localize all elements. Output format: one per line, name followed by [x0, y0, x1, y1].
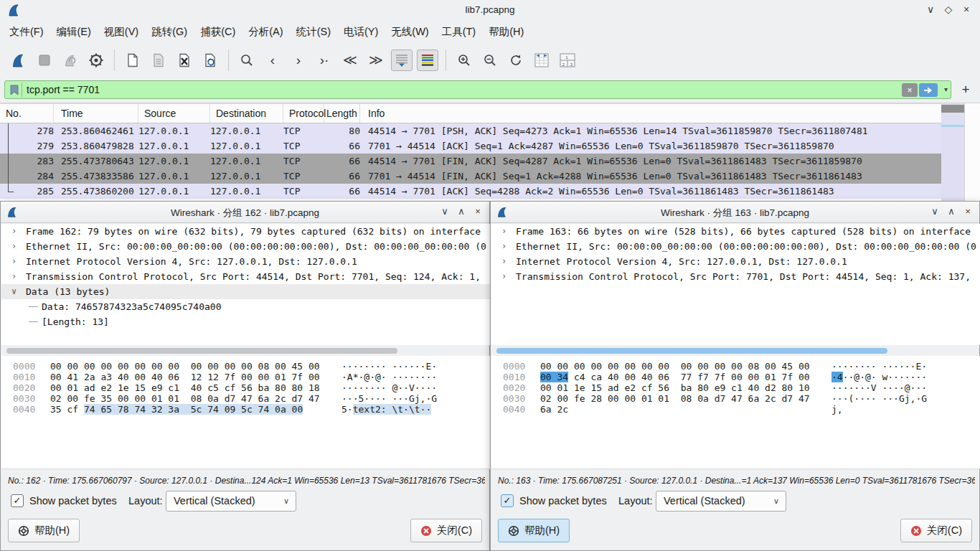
- colorize-toggle-icon[interactable]: [417, 50, 438, 71]
- table-row-283[interactable]: 283255.473780643127.0.0.1127.0.0.1TCP664…: [0, 154, 941, 169]
- hex-row[interactable]: 001000 41 2a a3 40 00 40 06 12 12 7f 00 …: [1, 372, 490, 382]
- filter-add-button[interactable]: +: [957, 80, 974, 99]
- column-length[interactable]: Length: [324, 104, 360, 123]
- tree-item-frame[interactable]: ›Frame 162: 79 bytes on wire (632 bits),…: [1, 224, 490, 239]
- column-destination[interactable]: Destination: [210, 104, 283, 123]
- packet-minimap-scrollbar[interactable]: [941, 103, 964, 201]
- scrollbar-thumb[interactable]: [941, 105, 964, 113]
- tree-item-data-length[interactable]: [Length: 13]: [1, 314, 490, 329]
- close-file-icon[interactable]: [174, 50, 195, 71]
- tree-item-ip[interactable]: ›Internet Protocol Version 4, Src: 127.0…: [1, 254, 490, 269]
- table-row-278[interactable]: 278253.860462461127.0.0.1127.0.0.1TCP804…: [0, 123, 941, 138]
- open-file-icon[interactable]: [122, 50, 143, 71]
- hex-horizontal-scrollbar[interactable]: [494, 347, 978, 354]
- restart-capture-icon[interactable]: [60, 50, 81, 71]
- hex-row[interactable]: 001000 34 c4 ca 40 00 40 06 77 f7 7f 00 …: [491, 372, 980, 382]
- display-filter-input[interactable]: × ▾: [4, 80, 951, 99]
- find-packet-icon[interactable]: [236, 50, 258, 71]
- chevron-down-icon[interactable]: ∨: [11, 284, 17, 299]
- tree-item-tcp[interactable]: ›Transmission Control Protocol, Src Port…: [1, 269, 490, 284]
- hex-row[interactable]: 00406a 2cj,: [491, 404, 980, 415]
- autoscroll-toggle-icon[interactable]: [391, 50, 413, 71]
- layout-select[interactable]: Vertical (Stacked)∨: [656, 491, 786, 512]
- menu-capture[interactable]: 捕获(C): [194, 22, 242, 42]
- show-packet-bytes-checkbox[interactable]: ✓: [11, 494, 24, 507]
- hex-row[interactable]: 000000 00 00 00 00 00 00 00 00 00 00 00 …: [1, 361, 490, 372]
- menu-go[interactable]: 跳转(G): [145, 22, 194, 42]
- column-no[interactable]: No.: [0, 104, 54, 123]
- menu-view[interactable]: 视图(V): [98, 22, 145, 42]
- close-icon[interactable]: ×: [961, 206, 975, 217]
- show-packet-bytes-checkbox[interactable]: ✓: [501, 494, 514, 507]
- start-capture-icon[interactable]: [8, 50, 29, 71]
- filter-text[interactable]: [27, 84, 672, 95]
- menu-analyze[interactable]: 分析(A): [242, 22, 289, 42]
- hex-horizontal-scrollbar[interactable]: [4, 347, 488, 354]
- minimize-button[interactable]: ∨: [928, 206, 942, 217]
- menu-edit[interactable]: 编辑(E): [50, 22, 98, 42]
- table-row-284[interactable]: 284255.473833586127.0.0.1127.0.0.1TCP667…: [0, 169, 941, 184]
- hex-row[interactable]: 004035 cf 74 65 78 74 32 3a 5c 74 09 5c …: [1, 404, 490, 415]
- menu-tools[interactable]: 工具(T): [435, 22, 483, 42]
- chevron-right-icon[interactable]: ›: [11, 269, 17, 284]
- hex-row[interactable]: 003002 00 fe 35 00 00 01 01 08 0a d7 47 …: [1, 393, 490, 404]
- tree-item-ip[interactable]: ›Internet Protocol Version 4, Src: 127.0…: [491, 254, 980, 269]
- filter-clear-icon[interactable]: ×: [902, 83, 918, 97]
- first-packet-icon[interactable]: ≪: [339, 50, 361, 71]
- reload-file-icon[interactable]: [199, 50, 221, 71]
- previous-packet-icon[interactable]: ‹: [262, 50, 283, 71]
- save-file-icon[interactable]: [148, 50, 169, 71]
- table-row-279[interactable]: 279253.860479828127.0.0.1127.0.0.1TCP667…: [0, 138, 941, 154]
- help-button[interactable]: 帮助(H): [8, 519, 80, 542]
- tree-item-ethernet[interactable]: ›Ethernet II, Src: 00:00:00_00:00:00 (00…: [1, 239, 490, 254]
- column-protocol[interactable]: Protocol: [283, 104, 324, 123]
- dialog-titlebar[interactable]: Wireshark · 分组 162 · lib7.pcapng ∨ ∧ ×: [1, 202, 489, 223]
- filter-bookmark-icon[interactable]: [6, 83, 22, 97]
- table-row-285[interactable]: 285255.473860200127.0.0.1127.0.0.1TCP664…: [0, 184, 941, 199]
- chevron-right-icon[interactable]: ›: [501, 239, 507, 254]
- menu-statistics[interactable]: 统计(S): [290, 22, 337, 42]
- capture-options-gear-icon[interactable]: [85, 50, 107, 71]
- chevron-right-icon[interactable]: ›: [11, 254, 17, 269]
- packet-vertical-scrollbar[interactable]: [964, 103, 980, 201]
- zoom-reset-icon[interactable]: [505, 50, 527, 71]
- zoom-out-icon[interactable]: [479, 50, 501, 71]
- scrollbar-thumb[interactable]: [496, 348, 887, 354]
- minimize-button[interactable]: ∨: [438, 206, 452, 217]
- tree-item-tcp[interactable]: ›Transmission Control Protocol, Src Port…: [491, 269, 980, 284]
- chevron-right-icon[interactable]: ›: [501, 224, 507, 239]
- close-button[interactable]: ×: [958, 4, 974, 15]
- next-packet-icon[interactable]: ›: [288, 50, 309, 71]
- chevron-right-icon[interactable]: ›: [11, 224, 17, 239]
- tree-item-ethernet[interactable]: ›Ethernet II, Src: 00:00:00_00:00:00 (00…: [491, 239, 980, 254]
- close-dialog-button[interactable]: 关闭(C): [410, 519, 482, 542]
- layout-preferences-icon[interactable]: 123: [557, 50, 578, 71]
- dialog-titlebar[interactable]: Wireshark · 分组 163 · lib7.pcapng ∨ ∧ ×: [491, 202, 979, 223]
- zoom-in-icon[interactable]: [453, 50, 475, 71]
- menu-wireless[interactable]: 无线(W): [385, 22, 435, 42]
- menu-help[interactable]: 帮助(H): [482, 22, 530, 42]
- hex-row[interactable]: 003002 00 fe 28 00 00 01 01 08 0a d7 47 …: [491, 393, 980, 404]
- last-packet-icon[interactable]: ≫: [365, 50, 387, 71]
- chevron-right-icon[interactable]: ›: [11, 239, 17, 254]
- stop-capture-icon[interactable]: [34, 50, 55, 71]
- scrollbar-thumb[interactable]: [6, 348, 397, 354]
- maximize-button[interactable]: ◇: [941, 4, 956, 15]
- resize-columns-icon[interactable]: [531, 50, 552, 71]
- menu-telephony[interactable]: 电话(Y): [337, 22, 385, 42]
- maximize-button[interactable]: ∧: [454, 206, 468, 217]
- layout-select[interactable]: Vertical (Stacked)∨: [166, 491, 296, 512]
- chevron-right-icon[interactable]: ›: [501, 254, 507, 269]
- chevron-right-icon[interactable]: ›: [501, 269, 507, 284]
- column-source[interactable]: Source: [138, 104, 210, 123]
- hex-row[interactable]: 000000 00 00 00 00 00 00 00 00 00 00 00 …: [491, 361, 980, 372]
- hex-row[interactable]: 002000 01 1e 15 ad e2 cf 56 ba 80 e9 c1 …: [491, 382, 980, 393]
- tree-item-frame[interactable]: ›Frame 163: 66 bytes on wire (528 bits),…: [491, 224, 980, 239]
- tree-item-data[interactable]: ∨Data (13 bytes): [1, 284, 490, 299]
- filter-dropdown-caret-icon[interactable]: ▾: [944, 85, 948, 93]
- minimize-button[interactable]: ∨: [923, 4, 938, 15]
- close-dialog-button[interactable]: 关闭(C): [900, 519, 972, 542]
- column-info[interactable]: Info: [360, 104, 941, 123]
- hex-row[interactable]: 002000 01 ad e2 1e 15 e9 c1 40 c5 cf 56 …: [1, 382, 490, 393]
- tree-item-data-value[interactable]: Data: 74657874323a5c74095c740a00: [1, 299, 490, 314]
